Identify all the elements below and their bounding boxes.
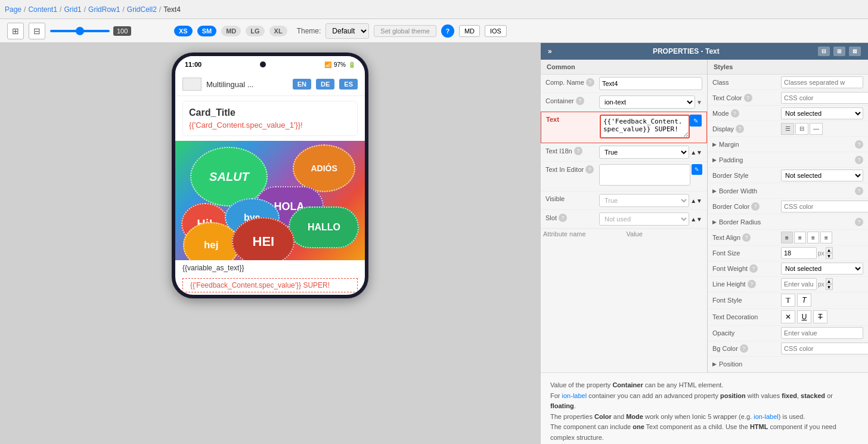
visible-row: Visible True ▲▼ xyxy=(541,192,707,210)
panel-icon-2[interactable]: ⊞ xyxy=(833,47,845,56)
font-weight-select[interactable]: Not selected xyxy=(781,263,863,275)
layout-icon-1[interactable]: ⊞ xyxy=(7,23,24,39)
breadcrumb-content1[interactable]: Content1 xyxy=(28,5,57,14)
align-left-btn[interactable]: ≡ xyxy=(781,232,793,243)
line-height-up[interactable]: ▲ xyxy=(826,278,833,284)
text-dec-strikethrough-btn[interactable]: T xyxy=(813,310,827,323)
slot-help[interactable]: ? xyxy=(559,214,567,222)
bg-color-help[interactable]: ? xyxy=(740,344,748,353)
visible-select[interactable]: True xyxy=(599,194,689,207)
container-row: Container ? ion-text ▼ xyxy=(541,93,707,112)
zoom-slider[interactable] xyxy=(50,30,110,32)
properties-arrow: » xyxy=(548,47,552,56)
border-width-help[interactable]: ? xyxy=(855,187,863,195)
comp-name-help[interactable]: ? xyxy=(586,78,594,87)
font-weight-label: Font Weight ? xyxy=(712,264,781,273)
align-right-btn[interactable]: ≡ xyxy=(807,232,819,243)
bg-color-input[interactable] xyxy=(781,343,868,354)
bg-color-value: ▼ ✕ xyxy=(781,343,868,354)
text-var-value: {{variable_as_text}} xyxy=(182,264,244,272)
container-help[interactable]: ? xyxy=(576,97,584,105)
bp-xs-button[interactable]: XS xyxy=(174,26,193,36)
ion-label-link-2[interactable]: ion-label xyxy=(754,413,779,420)
text-super-selected[interactable]: {{'Feedback_Content.spec_value'}} SUPER! xyxy=(182,278,358,292)
class-row: Class xyxy=(708,75,868,90)
display-block-btn[interactable]: ☰ xyxy=(781,123,794,135)
comp-name-input[interactable] xyxy=(599,77,702,90)
lang-en-button[interactable]: EN xyxy=(293,79,311,90)
theme-select[interactable]: Default xyxy=(326,23,369,39)
border-radius-label: Border Radius xyxy=(719,218,852,226)
canvas-area: 11:00 📶 97% 🔋 Multilingual ... EN DE ES xyxy=(0,43,540,444)
line-height-help[interactable]: ? xyxy=(748,280,756,288)
breadcrumb-grid1[interactable]: Grid1 xyxy=(64,5,81,14)
text-textarea[interactable]: {{'Feedback_Content.spec_value}} SUPER! xyxy=(600,115,690,138)
mode-select[interactable]: Not selected xyxy=(781,107,863,119)
breadcrumb-gridrow1[interactable]: GridRow1 xyxy=(88,5,120,14)
class-input[interactable] xyxy=(781,76,863,88)
panel-icon-3[interactable]: ⊠ xyxy=(849,47,861,56)
position-row[interactable]: ▶ Position xyxy=(708,357,868,372)
text-i18n-select[interactable]: True xyxy=(599,146,689,159)
breadcrumb-gridcell2[interactable]: GridCell2 xyxy=(127,5,157,14)
text-dec-underline-btn[interactable]: U xyxy=(797,310,811,323)
padding-row[interactable]: ▶ Padding ? xyxy=(708,152,868,168)
border-color-value: ▼ ✕ xyxy=(781,201,868,212)
line-height-input[interactable] xyxy=(781,278,817,290)
font-size-spinners: ▲ ▼ xyxy=(826,247,833,259)
text-edit-icon[interactable]: ✎ xyxy=(690,115,702,127)
text-align-help[interactable]: ? xyxy=(742,233,751,242)
align-justify-btn[interactable]: ≡ xyxy=(820,232,832,243)
text-color-row: Text Color ? ▼ ✕ xyxy=(708,90,868,106)
card-content: {{'Card_Content.spec_value_1'}}! xyxy=(189,121,351,130)
border-width-row[interactable]: ▶ Border Width ? xyxy=(708,183,868,199)
display-help[interactable]: ? xyxy=(736,125,744,133)
margin-help[interactable]: ? xyxy=(855,140,863,149)
platform-ios-button[interactable]: IOS xyxy=(485,25,507,37)
help-button[interactable]: ? xyxy=(441,24,454,38)
text-color-help[interactable]: ? xyxy=(744,94,752,102)
margin-row[interactable]: ▶ Margin ? xyxy=(708,137,868,152)
border-width-expand-arrow: ▶ xyxy=(712,188,717,194)
lang-es-button[interactable]: ES xyxy=(339,79,358,90)
panel-icon-1[interactable]: ⊟ xyxy=(818,47,830,56)
text-in-editor-help[interactable]: ? xyxy=(585,165,594,174)
breadcrumb-page[interactable]: Page xyxy=(5,5,21,14)
mode-help[interactable]: ? xyxy=(731,109,739,118)
font-italic-btn[interactable]: T xyxy=(797,294,811,307)
text-color-value: ▼ ✕ xyxy=(781,92,868,104)
text-in-editor-textarea[interactable] xyxy=(599,164,690,186)
border-radius-help[interactable]: ? xyxy=(855,218,863,226)
text-color-input[interactable] xyxy=(781,92,868,104)
set-global-button[interactable]: Set global theme xyxy=(374,25,436,37)
display-flex-btn[interactable]: ⊟ xyxy=(795,123,808,135)
border-style-select[interactable]: Not selected xyxy=(781,169,863,181)
border-color-input[interactable] xyxy=(781,201,868,212)
platform-md-button[interactable]: MD xyxy=(459,25,480,37)
font-normal-btn[interactable]: T xyxy=(781,294,795,307)
border-radius-row[interactable]: ▶ Border Radius ? xyxy=(708,214,868,230)
lang-de-button[interactable]: DE xyxy=(316,79,334,90)
font-size-down[interactable]: ▼ xyxy=(826,253,833,259)
font-size-up[interactable]: ▲ xyxy=(826,247,833,253)
bp-sm-button[interactable]: SM xyxy=(197,26,217,36)
container-label: Container ? xyxy=(545,95,599,105)
slot-select[interactable]: Not used xyxy=(599,212,689,226)
ion-label-link[interactable]: ion-label xyxy=(562,392,587,399)
align-center-btn[interactable]: ≡ xyxy=(794,232,806,243)
layout-icon-2[interactable]: ⊟ xyxy=(29,23,45,39)
padding-help[interactable]: ? xyxy=(855,156,863,164)
bp-xl-button[interactable]: XL xyxy=(269,26,287,36)
border-color-help[interactable]: ? xyxy=(751,202,760,211)
bp-lg-button[interactable]: LG xyxy=(246,26,264,36)
text-in-editor-edit-btn[interactable]: ✎ xyxy=(692,164,702,175)
line-height-down[interactable]: ▼ xyxy=(826,284,833,290)
font-weight-help[interactable]: ? xyxy=(749,264,758,273)
opacity-input[interactable] xyxy=(781,327,863,339)
bp-md-button[interactable]: MD xyxy=(221,26,241,36)
text-dec-none-btn[interactable]: ✕ xyxy=(781,310,795,323)
container-select[interactable]: ion-text xyxy=(599,95,695,109)
text-i18n-help[interactable]: ? xyxy=(574,147,582,155)
display-inline-btn[interactable]: ― xyxy=(810,123,823,135)
font-size-input[interactable] xyxy=(781,247,817,259)
